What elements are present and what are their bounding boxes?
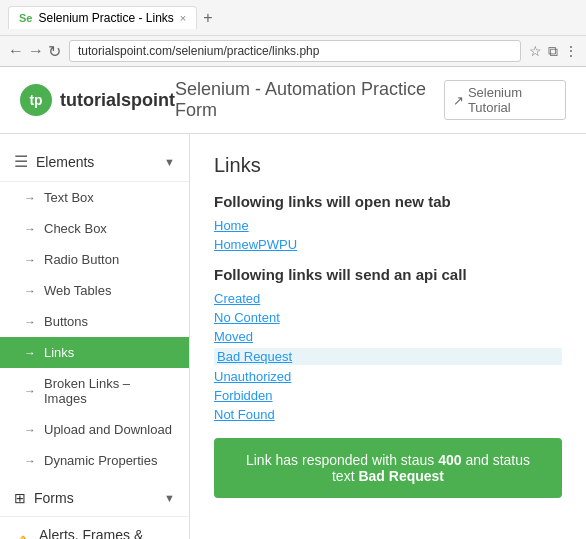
elements-section-header[interactable]: ☰ Elements ▼ [0, 142, 189, 182]
content-area: Links Following links will open new tab … [190, 134, 586, 539]
menu-icon[interactable]: ⋮ [564, 43, 578, 60]
status-response-box: Link has responded with staus 400 and st… [214, 438, 562, 498]
arrow-icon: → [24, 384, 36, 398]
active-tab[interactable]: Se Selenium Practice - Links × [8, 6, 197, 29]
arrow-icon: → [24, 454, 36, 468]
site-header: tp tutorialspoint Selenium - Automation … [0, 67, 586, 134]
sidebar-item-links[interactable]: → Links [0, 337, 189, 368]
arrow-icon: → [24, 284, 36, 298]
arrow-icon: → [24, 346, 36, 360]
sidebar-item-label: Web Tables [44, 283, 111, 298]
sidebar: ☰ Elements ▼ → Text Box → Check Box → Ra… [0, 134, 190, 539]
alerts-section-header[interactable]: 🔔 Alerts, Frames & Windows ▼ [0, 517, 189, 539]
nav-link-text: Selenium Tutorial [468, 85, 557, 115]
header-title: Selenium - Automation Practice Form [175, 79, 444, 121]
link-bad-request[interactable]: Bad Request [214, 348, 562, 365]
logo-area: tp tutorialspoint [20, 84, 175, 116]
hamburger-icon: ☰ [14, 152, 28, 171]
bookmark-icon[interactable]: ☆ [529, 43, 542, 60]
address-bar-row: ← → ↻ tutorialspoint.com/selenium/practi… [0, 36, 586, 67]
sidebar-item-web-tables[interactable]: → Web Tables [0, 275, 189, 306]
forms-section-label: Forms [34, 490, 74, 506]
tab-close-button[interactable]: × [180, 12, 186, 24]
link-created[interactable]: Created [214, 291, 562, 306]
extension-icon[interactable]: ⧉ [548, 43, 558, 60]
sidebar-item-radio-button[interactable]: → Radio Button [0, 244, 189, 275]
new-tab-button[interactable]: + [203, 9, 212, 27]
tab-bar: Se Selenium Practice - Links × + [0, 0, 586, 36]
link-home[interactable]: Home [214, 218, 562, 233]
sidebar-item-dynamic-properties[interactable]: → Dynamic Properties [0, 445, 189, 476]
status-text-pre: Link has responded with staus [246, 452, 438, 468]
address-text: tutorialspoint.com/selenium/practice/lin… [78, 44, 319, 58]
alerts-section-label: Alerts, Frames & Windows [39, 527, 164, 539]
sidebar-item-buttons[interactable]: → Buttons [0, 306, 189, 337]
arrow-icon: → [24, 191, 36, 205]
forms-chevron-icon: ▼ [164, 492, 175, 504]
link-forbidden[interactable]: Forbidden [214, 388, 562, 403]
link-homepwpu[interactable]: HomewPWPU [214, 237, 562, 252]
sidebar-item-upload-download[interactable]: → Upload and Download [0, 414, 189, 445]
link-moved[interactable]: Moved [214, 329, 562, 344]
reload-button[interactable]: ↻ [48, 42, 61, 61]
link-unauthorized[interactable]: Unauthorized [214, 369, 562, 384]
forms-section-header[interactable]: ⊞ Forms ▼ [0, 480, 189, 517]
sidebar-item-text-box[interactable]: → Text Box [0, 182, 189, 213]
sidebar-item-label: Broken Links – Images [44, 376, 175, 406]
link-not-found[interactable]: Not Found [214, 407, 562, 422]
sidebar-item-check-box[interactable]: → Check Box [0, 213, 189, 244]
elements-section-label: Elements [36, 154, 94, 170]
logo-text: tutorialspoint [60, 90, 175, 111]
sidebar-item-label: Radio Button [44, 252, 119, 267]
sidebar-item-label: Text Box [44, 190, 94, 205]
new-tab-heading: Following links will open new tab [214, 193, 562, 210]
logo-normal: tutorials [60, 90, 131, 110]
alerts-icon: 🔔 [14, 535, 31, 539]
sidebar-item-label: Buttons [44, 314, 88, 329]
tab-title: Selenium Practice - Links [38, 11, 173, 25]
address-bar[interactable]: tutorialspoint.com/selenium/practice/lin… [69, 40, 521, 62]
logo-icon: tp [20, 84, 52, 116]
link-no-content[interactable]: No Content [214, 310, 562, 325]
external-link-icon: ↗ [453, 93, 464, 108]
status-text-name: Bad Request [358, 468, 444, 484]
sidebar-item-broken-links[interactable]: → Broken Links – Images [0, 368, 189, 414]
back-button[interactable]: ← [8, 42, 24, 60]
sidebar-item-label: Dynamic Properties [44, 453, 157, 468]
arrow-icon: → [24, 253, 36, 267]
selenium-tutorial-link[interactable]: ↗ Selenium Tutorial [444, 80, 566, 120]
forward-button[interactable]: → [28, 42, 44, 60]
sidebar-item-label: Check Box [44, 221, 107, 236]
sidebar-item-label: Upload and Download [44, 422, 172, 437]
logo-icon-text: tp [29, 92, 42, 108]
main-content: ☰ Elements ▼ → Text Box → Check Box → Ra… [0, 134, 586, 539]
sidebar-item-label: Links [44, 345, 74, 360]
status-code: 400 [438, 452, 461, 468]
arrow-icon: → [24, 315, 36, 329]
api-heading: Following links will send an api call [214, 266, 562, 283]
arrow-icon: → [24, 423, 36, 437]
forms-icon: ⊞ [14, 490, 26, 506]
tab-favicon: Se [19, 12, 32, 24]
elements-chevron-icon: ▼ [164, 156, 175, 168]
logo-bold: point [131, 90, 175, 110]
page-title: Links [214, 154, 562, 177]
arrow-icon: → [24, 222, 36, 236]
